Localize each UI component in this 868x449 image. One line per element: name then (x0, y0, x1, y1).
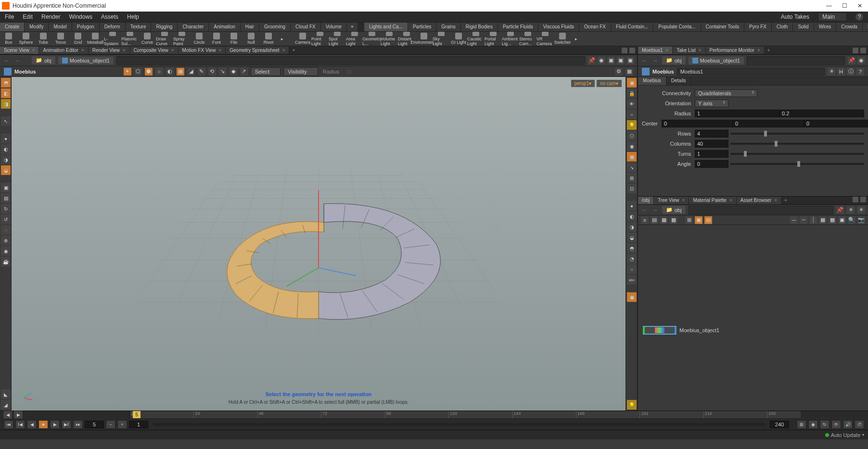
network-node[interactable]: Moebius_object1 (643, 326, 719, 335)
tool-icon[interactable]: ⊕ (1, 236, 11, 245)
pane-maximize-icon[interactable] (860, 48, 866, 53)
nw-tool-icon[interactable]: ▣ (695, 216, 702, 224)
param-columns-input[interactable] (695, 140, 728, 148)
param-connectivity-dropdown[interactable]: Quadrilaterals (695, 89, 757, 97)
visibility-dropdown[interactable]: Visibility (283, 67, 318, 76)
menu-render[interactable]: Render (41, 13, 60, 20)
shelf-cat[interactable]: Lights and Ca... (364, 23, 408, 31)
snap-icon[interactable]: ✎ (198, 68, 205, 75)
snap-icon[interactable]: ◐ (166, 68, 174, 75)
display-tool-icon[interactable]: ◔ (627, 254, 637, 263)
path-field[interactable] (747, 56, 845, 65)
shelf-more-icon[interactable]: + (347, 23, 357, 31)
select-mode-dropdown[interactable]: Select (251, 67, 281, 76)
display-tool-icon[interactable]: ○ (627, 264, 637, 274)
display-tool-icon[interactable]: ◉ (627, 141, 637, 151)
param-columns-slider[interactable] (730, 143, 864, 145)
snap-icon[interactable]: ↘ (219, 68, 227, 75)
shelf-cat[interactable]: Cloud FX (291, 23, 321, 31)
tab-render-view[interactable]: Render View× (89, 47, 130, 54)
shelf-scroll-icon[interactable]: ▸ (277, 35, 287, 43)
shelf-cat[interactable]: Polygon (72, 23, 100, 31)
path-field[interactable] (116, 56, 585, 65)
opbar-icon[interactable]: ▦ (625, 68, 633, 75)
range-end-button[interactable]: ▶ (13, 411, 23, 419)
network-view[interactable]: Moebius_object1 (638, 225, 868, 411)
tab-asset-browser[interactable]: Asset Browser× (737, 197, 781, 204)
follow-icon[interactable]: ◉ (857, 57, 865, 64)
display-tool-icon[interactable]: ◒ (627, 233, 637, 242)
update-mode-dropdown[interactable]: Auto Update ▾ (825, 432, 864, 438)
shelf-tool[interactable]: L-System (104, 32, 121, 46)
path-icon[interactable]: ▣ (617, 57, 625, 64)
display-tool-icon[interactable]: 👁 (627, 99, 637, 109)
path-field[interactable] (689, 206, 833, 214)
shelf-cat[interactable]: Texture (126, 23, 152, 31)
display-tool-icon[interactable]: ⊞ (627, 173, 637, 183)
snap-icon[interactable]: ○ (155, 68, 163, 75)
param-tab-moebius[interactable]: Moebius (638, 77, 666, 85)
snap-icon[interactable]: ⬢ (145, 68, 153, 75)
param-angle-slider[interactable] (730, 163, 864, 165)
viewport[interactable]: persp1▾ no cam▾ Select the geometry for … (12, 77, 625, 411)
add-tab-button[interactable]: + (765, 47, 773, 54)
nw-tool-icon[interactable]: ▦ (819, 216, 827, 224)
shelf-cat[interactable]: Cloth (772, 23, 793, 31)
nw-tool-icon[interactable]: ⊞ (685, 216, 693, 224)
shelf-cat[interactable]: Drive Simulation (863, 23, 868, 31)
display-tool-icon[interactable]: ▣ (627, 292, 637, 302)
opbar-icon[interactable]: ⚙ (615, 68, 623, 75)
shelf-tool[interactable]: Circle (191, 32, 208, 46)
tool-icon[interactable]: ▣ (1, 183, 11, 192)
pin-icon[interactable]: 📌 (848, 57, 855, 64)
shelf-scroll-icon[interactable]: ▸ (571, 35, 581, 43)
pane-menu-icon[interactable] (853, 48, 858, 53)
shelf-tool[interactable]: Switcher (554, 32, 571, 46)
prev-key-button[interactable]: Ⅰ◀ (15, 420, 25, 429)
param-center-x-input[interactable] (662, 120, 733, 127)
snap-icon[interactable]: ◢ (187, 68, 195, 75)
nw-tool-icon[interactable]: ▤ (704, 216, 712, 224)
shelf-tool[interactable]: File (225, 32, 243, 46)
shelf-cat[interactable]: Animation (209, 23, 240, 31)
tab-material-palette[interactable]: Material Palette× (689, 197, 736, 204)
shelf-cat[interactable]: Solid (793, 23, 814, 31)
nw-tool-icon[interactable]: ─ (790, 216, 798, 224)
shelf-cat[interactable]: Container Tools (701, 23, 744, 31)
tl-opt-icon[interactable]: ⊞ (797, 420, 806, 429)
tab-take-list[interactable]: Take List× (673, 47, 705, 54)
tl-opt-icon[interactable]: ↻ (820, 420, 830, 429)
network-node-body[interactable] (643, 326, 677, 335)
shelf-tool[interactable]: Box (0, 32, 17, 46)
nw-tool-icon[interactable]: 🔍 (848, 216, 855, 224)
snap-icon[interactable]: ◆ (230, 68, 237, 75)
param-radius1-input[interactable] (695, 110, 779, 117)
tool-icon[interactable]: ↺ (1, 214, 11, 224)
tool-icon[interactable]: ◒ (1, 165, 11, 175)
pane-maximize-icon[interactable] (629, 48, 635, 53)
shelf-tool[interactable]: Rivet (260, 32, 277, 46)
param-center-z-input[interactable] (804, 120, 868, 127)
play-button[interactable]: ▶ (50, 420, 60, 429)
display-tool-icon[interactable]: abc (627, 275, 637, 285)
display-tool-icon[interactable]: ⊡ (627, 184, 637, 193)
snap-icon[interactable]: ↗ (240, 68, 248, 75)
shelf-tool[interactable]: Tube (35, 32, 52, 46)
display-tool-icon[interactable]: ⬡ (627, 131, 637, 140)
shelf-tool[interactable]: Area Light (346, 32, 363, 46)
close-button[interactable]: ✕ (856, 2, 863, 9)
first-frame-button[interactable]: ⏮ (4, 420, 13, 429)
nav-back-icon[interactable]: ← (3, 57, 11, 64)
shelf-cat[interactable]: Create (0, 23, 25, 31)
help-icon[interactable]: ? (856, 68, 864, 75)
display-tool-icon[interactable]: 🔒 (627, 88, 637, 98)
menu-edit[interactable]: Edit (23, 13, 33, 20)
param-turns-slider[interactable] (730, 153, 864, 155)
shelf-cat[interactable]: Rigging (151, 23, 178, 31)
nav-back-icon[interactable]: ← (641, 206, 649, 214)
next-key-button[interactable]: ▶Ⅰ (62, 420, 71, 429)
tl-opt-icon[interactable]: ◉ (808, 420, 818, 429)
nw-tool-icon[interactable]: ▩ (670, 216, 677, 224)
shelf-tool[interactable]: Platonic Sol... (121, 32, 139, 46)
snap-icon[interactable]: ⟲ (208, 68, 216, 75)
